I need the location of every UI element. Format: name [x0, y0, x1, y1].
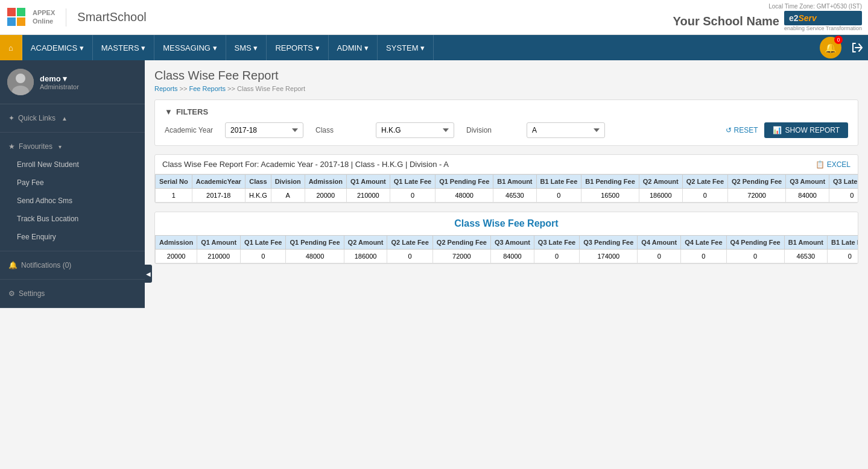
sum-col-q3-pending: Q3 Pending Fee: [580, 236, 638, 250]
col-division: Division: [271, 175, 305, 189]
bell-badge: 0: [834, 36, 843, 44]
favourites-header[interactable]: ★ Favourites ▾: [0, 137, 145, 156]
avatar: [7, 69, 34, 95]
breadcrumb-reports[interactable]: Reports: [154, 85, 178, 92]
col-q1-amount: Q1 Amount: [346, 175, 390, 189]
col-b1-pending: B1 Pending Fee: [581, 175, 639, 189]
academic-year-group: Academic Year 2017-18 2016-17 2015-16: [165, 122, 303, 138]
brand-tagline: enabling Service Transformation: [784, 25, 862, 31]
breadcrumb: Reports >> Fee Reports >> Class Wise Fee…: [154, 85, 858, 92]
user-name: demo ▾: [40, 74, 79, 83]
col-class: Class: [245, 175, 271, 189]
col-serial: Serial No: [156, 175, 192, 189]
sum-col-q4-pending: Q4 Pending Fee: [726, 236, 784, 250]
division-label: Division: [466, 126, 521, 134]
filter-actions: ↺ RESET 📊 SHOW REPORT: [726, 122, 848, 138]
excel-icon: 📋: [816, 160, 825, 169]
sidebar: demo ▾ Administrator ✦ Quick Links ▲ ★ F…: [0, 60, 145, 308]
col-q3-amount: Q3 Amount: [786, 175, 829, 189]
nav-reports[interactable]: REPORTS ▾: [267, 35, 328, 60]
filter-panel: ▼ FILTERS Academic Year 2017-18 2016-17 …: [154, 99, 858, 146]
nav-system[interactable]: SYSTEM ▾: [378, 35, 434, 60]
col-q1-latefee: Q1 Late Fee: [390, 175, 435, 189]
svg-rect-1: [17, 8, 25, 16]
nav-masters[interactable]: MASTERS ▾: [93, 35, 154, 60]
main-nav: ⌂ ACADEMICS ▾ MASTERS ▾ MESSAGING ▾ SMS …: [0, 35, 868, 60]
sum-col-q2-latefee: Q2 Late Fee: [387, 236, 432, 250]
summary-report-table: Admission Q1 Amount Q1 Late Fee Q1 Pendi…: [155, 235, 858, 263]
table-row: 12017-18H.K.GA20000210000048000465300165…: [156, 189, 858, 203]
class-select[interactable]: H.K.G LKG UKG Class 1 Class 2: [376, 122, 454, 138]
sidebar-item-sms[interactable]: Send Adhoc Sms: [0, 192, 145, 210]
nav-messaging[interactable]: MESSAGING ▾: [154, 35, 226, 60]
academic-year-label: Academic Year: [165, 126, 219, 134]
school-name: Your School Name: [673, 14, 779, 28]
detail-report-title: Class Wise Fee Report For: Academic Year…: [162, 160, 449, 169]
nav-sms[interactable]: SMS ▾: [226, 35, 267, 60]
sidebar-item-feeenquiry[interactable]: Fee Enquiry: [0, 228, 145, 246]
col-q2-latefee: Q2 Late Fee: [682, 175, 727, 189]
academic-year-select[interactable]: 2017-18 2016-17 2015-16: [225, 122, 303, 138]
filter-header: ▼ FILTERS: [165, 107, 848, 116]
col-q1-pending: Q1 Pending Fee: [436, 175, 493, 189]
sidebar-section-quicklinks: ✦ Quick Links ▲: [0, 104, 145, 133]
chart-icon: 📊: [773, 126, 782, 134]
breadcrumb-current: Class Wise Fee Report: [237, 85, 305, 92]
col-b1-latefee: B1 Late Fee: [536, 175, 581, 189]
sidebar-section-notifications: 🔔 Notifications (0): [0, 251, 145, 280]
sidebar-item-payfee[interactable]: Pay Fee: [0, 174, 145, 192]
sidebar-toggle[interactable]: ◀: [145, 265, 152, 283]
reset-icon: ↺: [726, 126, 732, 134]
sum-col-q4-amount: Q4 Amount: [638, 236, 681, 250]
sum-col-q3-latefee: Q3 Late Fee: [534, 236, 579, 250]
col-q2-amount: Q2 Amount: [639, 175, 682, 189]
nav-logout[interactable]: [846, 37, 868, 58]
sidebar-item-track[interactable]: Track Bus Location: [0, 210, 145, 228]
sum-col-q2-amount: Q2 Amount: [344, 236, 387, 250]
show-report-button[interactable]: 📊 SHOW REPORT: [764, 122, 848, 138]
detail-report-table: Serial No AcademicYear Class Division Ad…: [155, 174, 858, 203]
nav-admin[interactable]: ADMIN ▾: [329, 35, 378, 60]
app-name: SmartSchool: [77, 10, 147, 24]
excel-button[interactable]: 📋 EXCEL: [816, 160, 851, 169]
class-group: Class H.K.G LKG UKG Class 1 Class 2: [315, 122, 454, 138]
breadcrumb-fee-reports[interactable]: Fee Reports: [189, 85, 226, 92]
nav-bell[interactable]: 🔔 0: [820, 37, 841, 58]
col-q2-pending: Q2 Pending Fee: [728, 175, 786, 189]
col-admission: Admission: [305, 175, 346, 189]
notifications-header[interactable]: 🔔 Notifications (0): [0, 256, 145, 274]
settings-header[interactable]: ⚙ Settings: [0, 285, 145, 303]
svg-rect-0: [7, 8, 16, 16]
class-label: Class: [315, 126, 370, 134]
nav-home[interactable]: ⌂: [0, 35, 22, 60]
sum-col-q1-amount: Q1 Amount: [197, 236, 241, 250]
page-title: Class Wise Fee Report: [154, 69, 858, 83]
appex-logo: [6, 7, 28, 28]
svg-rect-2: [7, 17, 16, 26]
quicklinks-header[interactable]: ✦ Quick Links ▲: [0, 109, 145, 127]
detail-report-header: Class Wise Fee Report For: Academic Year…: [155, 155, 858, 174]
svg-point-5: [16, 74, 25, 83]
sum-col-b1-latefee: B1 Late Fee: [828, 236, 858, 250]
summary-report-section: Class Wise Fee Report Admission Q1 Amoun…: [154, 212, 858, 264]
division-group: Division A B C: [466, 122, 605, 138]
col-q3-latefee: Q3 Late Fee: [829, 175, 858, 189]
summary-title: Class Wise Fee Report: [155, 212, 858, 235]
sum-col-q4-latefee: Q4 Late Fee: [681, 236, 726, 250]
main-content: Class Wise Fee Report Reports >> Fee Rep…: [145, 60, 868, 469]
sum-col-b1-amount: B1 Amount: [784, 236, 827, 250]
col-b1-amount: B1 Amount: [493, 175, 536, 189]
col-academicyear: AcademicYear: [192, 175, 245, 189]
sidebar-item-enroll[interactable]: Enroll New Student: [0, 156, 145, 174]
sidebar-section-favourites: ★ Favourites ▾ Enroll New Student Pay Fe…: [0, 133, 145, 251]
sum-col-admission: Admission: [156, 236, 197, 250]
sidebar-section-settings: ⚙ Settings: [0, 280, 145, 308]
sidebar-user: demo ▾ Administrator: [0, 60, 145, 104]
division-select[interactable]: A B C: [527, 122, 605, 138]
reset-button[interactable]: ↺ RESET: [726, 126, 758, 134]
logo-text: APPEX Online: [33, 9, 55, 25]
timezone: Local Time Zone: GMT+0530 (IST): [768, 3, 862, 10]
sum-col-q2-pending: Q2 Pending Fee: [432, 236, 490, 250]
nav-academics[interactable]: ACADEMICS ▾: [22, 35, 93, 60]
table-row: 2000021000004800018600007200084000017400…: [156, 250, 858, 263]
